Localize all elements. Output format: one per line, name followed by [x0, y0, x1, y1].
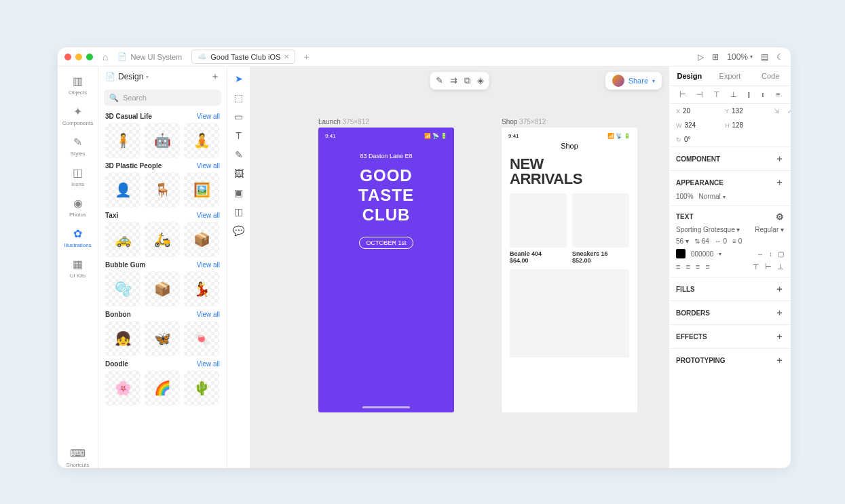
- x-field[interactable]: X20: [676, 107, 717, 115]
- move-tool-icon[interactable]: ➤: [235, 73, 243, 84]
- valign-middle-icon[interactable]: ⊢: [765, 263, 772, 271]
- text-align-left-icon[interactable]: ≡: [676, 263, 680, 271]
- align-middle-icon[interactable]: ⫿: [747, 90, 751, 99]
- thumbnail[interactable]: 🖼️: [184, 172, 219, 208]
- text-align-justify-icon[interactable]: ≡: [705, 263, 709, 271]
- artboard-shop[interactable]: 9:41📶 📡 🔋 Shop NEWARRIVALS Beanie 404$64…: [502, 128, 637, 412]
- thumbnail[interactable]: 🧘: [184, 123, 219, 158]
- new-tab-icon[interactable]: ＋: [302, 51, 311, 63]
- thumbnail[interactable]: 📦: [145, 271, 180, 307]
- search-input[interactable]: 🔍 Search: [104, 90, 221, 106]
- font-weight[interactable]: Regular ▾: [755, 226, 784, 233]
- tab-active[interactable]: ☁️ Good Taste Club iOS ✕: [191, 50, 295, 64]
- grid-icon[interactable]: ⊞: [712, 52, 719, 62]
- page-selector[interactable]: 📄 Design ▾: [105, 72, 149, 81]
- rect-tool-icon[interactable]: ▭: [234, 111, 243, 122]
- thumbnail[interactable]: 🛵: [145, 222, 180, 257]
- text-align-right-icon[interactable]: ≡: [696, 263, 700, 271]
- add-page-icon[interactable]: ＋: [210, 71, 220, 83]
- close-window[interactable]: [64, 54, 71, 60]
- font-family[interactable]: Sporting Grotesque ▾: [676, 226, 740, 233]
- view-all-link[interactable]: View all: [197, 212, 220, 219]
- rail-styles[interactable]: ✎Styles: [71, 136, 86, 157]
- add-effect-icon[interactable]: ＋: [775, 330, 784, 343]
- comment-tool-icon[interactable]: 💬: [233, 225, 244, 236]
- text-tool-icon[interactable]: T: [236, 130, 242, 141]
- canvas[interactable]: ✎ ⇉ ⧉ ◈ Share▾ Launch 375×812 9:41📶 📡 🔋 …: [250, 66, 669, 468]
- text-align-center-icon[interactable]: ≡: [686, 263, 690, 271]
- thumbnail[interactable]: 🌈: [145, 370, 180, 406]
- view-all-link[interactable]: View all: [197, 261, 220, 269]
- panel-icon[interactable]: ▤: [761, 52, 768, 62]
- font-size-field[interactable]: 56 ▾: [676, 237, 689, 245]
- distribute-icon[interactable]: ≡: [776, 90, 780, 99]
- align-right-icon[interactable]: ⊤: [713, 90, 720, 99]
- blend-mode[interactable]: Normal ▾: [699, 193, 726, 200]
- view-all-link[interactable]: View all: [197, 113, 220, 120]
- zoom-control[interactable]: 100% ▾: [727, 52, 753, 62]
- fixed-size-icon[interactable]: ▢: [778, 250, 784, 258]
- add-border-icon[interactable]: ＋: [775, 307, 784, 319]
- text-settings-icon[interactable]: ⚙: [776, 212, 784, 222]
- tab-code[interactable]: Code: [750, 66, 791, 85]
- tab-design[interactable]: Design: [669, 66, 710, 85]
- add-fill-icon[interactable]: ＋: [775, 283, 784, 295]
- letter-spacing-field[interactable]: ↔ 0: [715, 237, 727, 245]
- tab-export[interactable]: Export: [710, 66, 751, 85]
- align-left-icon[interactable]: ⊢: [679, 90, 686, 99]
- thumbnail[interactable]: 🍬: [184, 321, 219, 356]
- crop-icon[interactable]: ⧉: [464, 75, 470, 86]
- frame-tool-icon[interactable]: ⬚: [234, 92, 243, 103]
- rail-shortcuts[interactable]: ⌨Shortcuts: [67, 447, 90, 468]
- thumbnail[interactable]: 📦: [184, 222, 219, 257]
- add-component-icon[interactable]: ＋: [775, 153, 784, 165]
- view-all-link[interactable]: View all: [197, 162, 220, 170]
- frame-label[interactable]: Launch 375×812: [318, 118, 369, 125]
- artboard-launch[interactable]: 9:41📶 📡 🔋 83 Daston Lane E8 GOODTASTECLU…: [318, 128, 454, 412]
- opacity-field[interactable]: 100%: [676, 193, 694, 200]
- rail-photos[interactable]: ◉Photos: [69, 197, 86, 218]
- rail-uikits[interactable]: ▦UI Kits: [70, 258, 86, 279]
- boolean-tool-icon[interactable]: ◫: [234, 206, 243, 217]
- minimize-window[interactable]: [75, 54, 82, 60]
- align-top-icon[interactable]: ⊥: [730, 90, 737, 99]
- rail-objects[interactable]: ▥Objects: [69, 75, 87, 96]
- share-button[interactable]: Share▾: [605, 72, 662, 90]
- align-center-icon[interactable]: ⊣: [696, 90, 703, 99]
- auto-height-icon[interactable]: ↕: [769, 250, 772, 258]
- mask-icon[interactable]: ◈: [477, 75, 484, 86]
- h-field[interactable]: H128: [725, 121, 766, 129]
- frame-label[interactable]: Shop 375×812: [502, 118, 546, 125]
- maximize-window[interactable]: [86, 54, 93, 60]
- pen-tool-icon[interactable]: ✎: [235, 149, 243, 160]
- add-prototype-icon[interactable]: ＋: [775, 354, 784, 366]
- color-value[interactable]: 000000: [691, 250, 713, 258]
- color-swatch[interactable]: [676, 249, 686, 258]
- rail-icons[interactable]: ◫Icons: [71, 166, 84, 187]
- component-tool-icon[interactable]: ▣: [234, 187, 243, 198]
- tab-inactive[interactable]: 📄 New UI System: [112, 50, 187, 63]
- align-bottom-icon[interactable]: ⫾: [762, 90, 766, 99]
- rail-components[interactable]: ✦Components: [62, 105, 93, 126]
- resize-icon[interactable]: ⤢: [787, 107, 791, 115]
- edit-icon[interactable]: ✎: [436, 75, 443, 86]
- thumbnail[interactable]: 🦋: [145, 321, 180, 356]
- add-appearance-icon[interactable]: ＋: [775, 176, 784, 189]
- image-tool-icon[interactable]: 🖼: [234, 168, 244, 179]
- valign-bottom-icon[interactable]: ⊥: [777, 263, 784, 271]
- thumbnail[interactable]: 🚕: [105, 222, 140, 257]
- view-all-link[interactable]: View all: [197, 360, 220, 368]
- auto-width-icon[interactable]: ↔: [757, 250, 764, 258]
- y-field[interactable]: Y132: [725, 107, 766, 115]
- dark-mode-icon[interactable]: ☾: [776, 52, 784, 62]
- close-tab-icon[interactable]: ✕: [284, 53, 289, 60]
- thumbnail[interactable]: 🌵: [184, 370, 219, 406]
- align-icon[interactable]: ⇉: [450, 75, 457, 86]
- home-icon[interactable]: ⌂: [102, 52, 108, 62]
- thumbnail[interactable]: 👤: [105, 172, 140, 208]
- thumbnail[interactable]: 👧: [105, 321, 140, 356]
- w-field[interactable]: W324: [676, 121, 717, 129]
- thumbnail[interactable]: 🤖: [145, 123, 180, 158]
- thumbnail[interactable]: 🌸: [105, 370, 140, 406]
- paragraph-spacing-field[interactable]: ≡ 0: [732, 237, 742, 245]
